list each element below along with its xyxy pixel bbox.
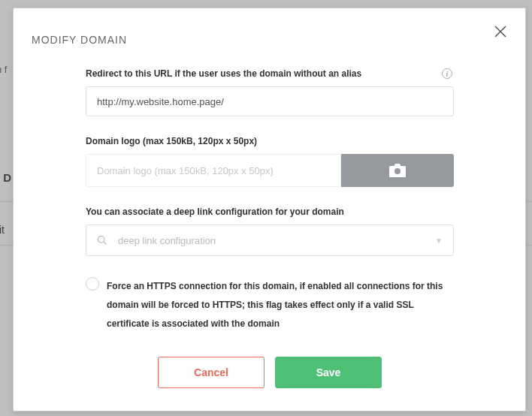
deeplink-placeholder: deep link configuration — [118, 235, 435, 246]
modify-domain-modal: MODIFY DOMAIN Redirect to this URL if th… — [13, 8, 526, 411]
search-icon — [97, 235, 107, 246]
logo-label-row: Domain logo (max 150kB, 120px x 50px) — [86, 136, 454, 146]
deeplink-select[interactable]: deep link configuration ▼ — [86, 225, 454, 256]
force-https-field: Force an HTTPS connection for this domai… — [86, 277, 454, 334]
logo-label: Domain logo (max 150kB, 120px x 50px) — [86, 136, 257, 146]
camera-icon — [388, 163, 407, 178]
redirect-field: Redirect to this URL if the user uses th… — [86, 68, 454, 116]
logo-row: Domain logo (max 150kB, 120px x 50px) — [86, 154, 454, 187]
save-button[interactable]: Save — [275, 357, 382, 388]
cancel-button[interactable]: Cancel — [158, 357, 264, 388]
force-https-checkbox[interactable] — [86, 277, 99, 291]
force-https-label: Force an HTTPS connection for this domai… — [107, 277, 454, 334]
svg-line-4 — [104, 242, 107, 245]
close-icon — [494, 25, 507, 38]
button-row: Cancel Save — [86, 357, 454, 388]
svg-point-3 — [98, 236, 104, 243]
close-button[interactable] — [494, 25, 509, 40]
deeplink-label-row: You can associate a deep link configurat… — [86, 206, 454, 217]
modal-title: MODIFY DOMAIN — [32, 34, 127, 46]
redirect-url-input[interactable] — [86, 86, 454, 116]
deeplink-label: You can associate a deep link configurat… — [86, 206, 344, 217]
svg-point-2 — [394, 168, 401, 174]
info-icon[interactable]: i — [442, 68, 452, 79]
chevron-down-icon: ▼ — [435, 237, 443, 245]
deeplink-field: You can associate a deep link configurat… — [86, 206, 454, 256]
upload-logo-button[interactable] — [341, 154, 454, 187]
logo-field: Domain logo (max 150kB, 120px x 50px) Do… — [86, 136, 454, 187]
form-area: Redirect to this URL if the user uses th… — [86, 68, 454, 388]
logo-filename-display: Domain logo (max 150kB, 120px x 50px) — [86, 154, 341, 187]
redirect-label: Redirect to this URL if the user uses th… — [86, 68, 361, 79]
redirect-label-row: Redirect to this URL if the user uses th… — [86, 68, 454, 79]
